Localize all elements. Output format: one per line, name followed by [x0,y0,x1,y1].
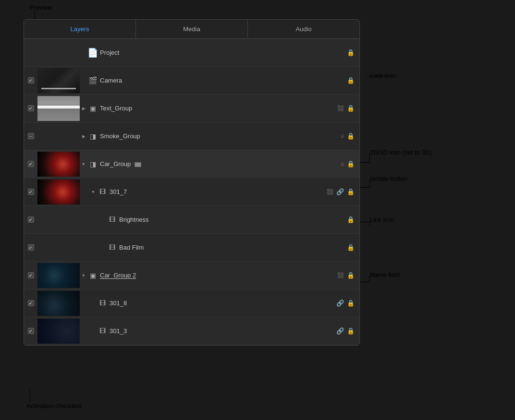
camera-name: Camera [98,77,347,84]
301-7-checkbox-area[interactable] [24,189,37,195]
text-group-lock-icon[interactable]: 🔒 [347,105,355,112]
301-3-link-icon[interactable]: 🔗 [336,327,344,335]
301-8-actions: 🔗 🔒 [336,300,359,307]
car-group-expand[interactable]: ▼ [80,160,87,168]
twoD-3D-annotation-line-v [369,153,370,163]
camera-no-expand [80,77,87,84]
car-group-2-name[interactable]: Car_Group 2 [98,272,337,279]
lock-annotation-line [368,76,392,76]
smoke-group-lock-icon[interactable]: 🔒 [347,132,355,140]
car-group-2-thumbnail [37,263,80,288]
camera-checkbox-area[interactable] [24,77,37,84]
301-8-link-icon[interactable]: 🔗 [336,300,344,307]
car-group-activation-checkbox[interactable] [28,161,34,167]
301-8-no-expand [89,300,97,307]
preview-annotation-label: Preview [30,4,52,11]
layer-row-301-8: 🎞 301_8 🔗 🔒 [24,289,359,317]
301-3-lock-icon[interactable]: 🔒 [347,327,355,335]
tab-audio[interactable]: Audio [248,20,359,38]
bad-film-lock-icon[interactable]: 🔒 [347,244,355,251]
301-7-isolate-icon[interactable]: ⬛ [327,189,333,195]
layer-row-camera: 🎬 Camera 🔒 [24,67,359,95]
301-3-no-expand [89,327,97,335]
project-actions: 🔒 [347,49,359,56]
twoD-3D-annotation-label: 2D/3D icon (set to 3D) [370,149,432,156]
301-7-icon: 🎞 [97,188,108,195]
car-group-name: Car_Group [98,160,341,168]
name-annotation-line-v [369,276,370,282]
layer-row-car-group-2: ▼ ▣ Car_Group 2 ⬛ 🔒 [24,262,359,289]
tab-media[interactable]: Media [136,20,248,38]
smoke-group-3d-icon[interactable]: ≡ [341,133,344,140]
301-7-link-icon[interactable]: 🔗 [336,188,344,195]
project-lock-icon[interactable]: 🔒 [347,49,355,56]
activation-annotation-line-v [30,389,30,402]
301-3-icon: 🎞 [97,327,108,335]
301-8-lock-icon[interactable]: 🔒 [347,300,355,307]
text-group-thumbnail [37,96,80,121]
301-7-lock-icon[interactable]: 🔒 [347,188,355,195]
layer-row-smoke-group: ▶ ◨ Smoke_Group ≡ 🔒 [24,122,359,150]
tab-bar: Layers Media Audio [24,20,359,39]
text-group-name: Text_Group [98,105,337,112]
text-group-isolate-icon[interactable]: ⬛ [337,105,344,111]
link-annotation-line-v [369,222,370,227]
camera-thumbnail [37,68,80,93]
301-7-activation-checkbox[interactable] [28,189,34,195]
brightness-icon: 🎞 [107,216,117,223]
car-group-2-activation-checkbox[interactable] [28,272,34,278]
text-group-expand[interactable]: ▶ [80,105,87,112]
301-7-actions: ⬛ 🔗 🔒 [327,188,359,195]
car-group-2-checkbox-area[interactable] [24,272,37,278]
brightness-lock-icon[interactable]: 🔒 [347,216,355,223]
project-no-expand [80,49,87,57]
car-group-actions: ≡ 🔒 [341,160,359,168]
301-8-checkbox-area[interactable] [24,300,37,306]
layer-row-brightness: 🎞 Brightness 🔒 [24,206,359,234]
car-group-checkbox-area[interactable] [24,161,37,167]
brightness-activation-checkbox[interactable] [28,216,34,223]
bad-film-icon: 🎞 [107,244,117,251]
brightness-no-expand [99,216,107,224]
camera-activation-checkbox[interactable] [28,77,34,84]
camera-icon: 🎬 [87,76,98,85]
layer-row-bad-film: 🎞 Bad Film 🔒 [24,234,359,262]
smoke-group-checkbox-area[interactable] [24,133,37,139]
activation-annotation-label: Activation checkbox [26,402,82,409]
301-8-icon: 🎞 [97,300,108,307]
text-group-actions: ⬛ 🔒 [337,105,359,112]
301-8-activation-checkbox[interactable] [28,300,34,306]
bad-film-checkbox-area[interactable] [24,244,37,251]
301-7-expand[interactable]: ▼ [89,188,97,196]
car-group-2-isolate-icon[interactable]: ⬛ [337,272,344,278]
brightness-checkbox-area[interactable] [24,216,37,223]
layers-panel: Layers Media Audio 📄 Project 🔒 [24,19,360,346]
bad-film-no-expand [99,244,107,252]
smoke-group-icon: ◨ [87,132,98,140]
301-3-thumbnail [37,319,80,344]
layer-row-301-7: ▼ 🎞 301_7 ⬛ 🔗 🔒 [24,178,359,206]
bad-film-actions: 🔒 [347,244,359,251]
301-3-actions: 🔗 🔒 [336,327,359,335]
camera-lock-icon[interactable]: 🔒 [347,77,355,84]
tab-layers[interactable]: Layers [24,20,136,38]
isolate-annotation-line-v [369,180,370,188]
text-group-activation-checkbox[interactable] [28,105,34,111]
car-group-2-lock-icon[interactable]: 🔒 [347,272,355,279]
car-group-2-expand[interactable]: ▼ [80,272,87,279]
car-group-isolate-button[interactable] [135,162,141,167]
301-8-name: 301_8 [108,300,336,307]
text-group-checkbox-area[interactable] [24,105,37,111]
smoke-group-actions: ≡ 🔒 [341,132,359,140]
smoke-group-activation-checkbox[interactable] [28,133,34,139]
car-group-3d-icon[interactable]: ≡ [341,161,344,168]
301-3-checkbox-area[interactable] [24,328,37,334]
bad-film-activation-checkbox[interactable] [28,244,34,251]
301-3-activation-checkbox[interactable] [28,328,34,334]
brightness-actions: 🔒 [347,216,359,223]
link-annotation-line-h [359,222,370,222]
layer-row-car-group: ▼ ◨ Car_Group ≡ 🔒 [24,150,359,178]
smoke-group-expand[interactable]: ▶ [80,132,87,140]
car-group-lock-icon[interactable]: 🔒 [347,160,355,168]
project-name: Project [98,49,347,56]
